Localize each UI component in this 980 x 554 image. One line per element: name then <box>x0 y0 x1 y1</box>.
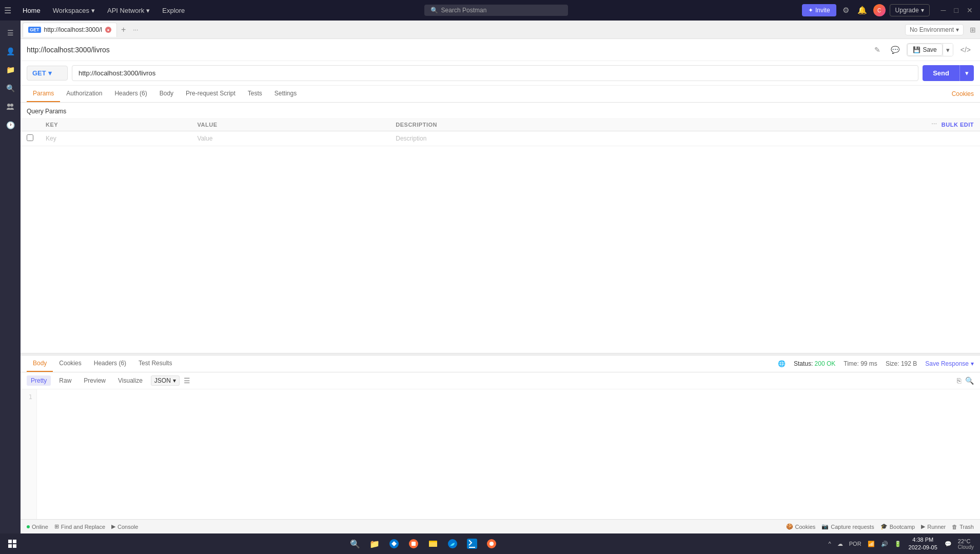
chevron-down-icon: ▾ <box>971 360 974 367</box>
send-button[interactable]: Send <box>923 65 959 81</box>
resp-tab-test-results[interactable]: Test Results <box>132 355 178 372</box>
tab-tests[interactable]: Tests <box>242 86 268 102</box>
taskbar-app1[interactable] <box>386 536 402 552</box>
taskbar-search-button[interactable]: 🔍 <box>347 536 363 552</box>
weather-widget[interactable]: 22°C Cloudy <box>956 538 976 550</box>
url-input[interactable] <box>72 65 918 81</box>
taskbar-edge[interactable] <box>444 536 461 552</box>
tabs-right: No Environment ▾ ⊞ <box>905 24 978 36</box>
method-selector[interactable]: GET ▾ <box>27 66 68 81</box>
sidebar-toggle-button[interactable]: ⊞ <box>968 24 978 36</box>
taskbar-vscode[interactable] <box>464 536 480 552</box>
capture-button[interactable]: 📷 Capture requests <box>821 523 874 530</box>
sidebar-icon-person[interactable]: 👤 <box>2 43 18 60</box>
trash-button[interactable]: 🗑 Trash <box>952 524 974 530</box>
resp-tab-body[interactable]: Body <box>27 355 53 372</box>
nav-home[interactable]: Home <box>17 5 46 16</box>
url-bar: GET ▾ Send ▾ <box>21 61 980 86</box>
sidebar-icon-team[interactable] <box>2 98 18 115</box>
status-bar-right: 🍪 Cookies 📷 Capture requests 🎓 Bootcamp … <box>786 523 974 530</box>
request-tab[interactable]: GET http://localhost:3000/l ● <box>23 23 117 37</box>
invite-button[interactable]: ✦ Invite <box>802 4 836 16</box>
edit-button[interactable]: ✎ <box>871 44 884 56</box>
runner-button[interactable]: ▶ Runner <box>921 523 946 530</box>
close-button[interactable]: ✕ <box>964 5 976 15</box>
resp-tab-headers[interactable]: Headers (6) <box>88 355 132 372</box>
format-raw[interactable]: Raw <box>55 375 75 386</box>
format-preview[interactable]: Preview <box>80 375 110 386</box>
key-cell[interactable]: Key <box>40 131 191 146</box>
send-arrow-button[interactable]: ▾ <box>959 65 974 81</box>
request-header-actions: ✎ 💬 💾 Save ▾ </> <box>871 43 974 56</box>
resp-tab-cookies[interactable]: Cookies <box>53 355 87 372</box>
maximize-button[interactable]: □ <box>951 5 962 15</box>
taskbar-postman[interactable] <box>483 536 500 552</box>
bulk-edit-button[interactable]: Bulk Edit <box>942 122 974 128</box>
console-button[interactable]: ▶ Console <box>111 523 138 530</box>
tab-more-button[interactable]: ··· <box>130 24 141 35</box>
copy-icon[interactable]: ⎘ <box>957 377 961 385</box>
desc-cell[interactable]: Description <box>389 131 980 146</box>
status-value: 200 OK <box>815 360 836 367</box>
sidebar-icon-search[interactable]: 🔍 <box>2 80 18 96</box>
taskbar-explorer-button[interactable]: 📁 <box>366 536 383 552</box>
cookies-link[interactable]: Cookies <box>952 90 974 97</box>
tab-authorization[interactable]: Authorization <box>60 86 108 102</box>
windows-taskbar: 🔍 📁 <box>0 533 980 554</box>
save-dropdown-button[interactable]: ▾ <box>943 44 953 56</box>
code-button[interactable]: </> <box>957 44 974 56</box>
param-checkbox[interactable] <box>27 134 33 141</box>
avatar[interactable]: C <box>873 4 886 16</box>
tab-params[interactable]: Params <box>27 86 60 102</box>
notifications-icon[interactable]: 💬 <box>943 540 954 548</box>
wifi-icon[interactable]: 📶 <box>866 540 877 548</box>
wrap-icon[interactable]: ☰ <box>184 377 190 385</box>
taskbar-app2[interactable] <box>405 536 422 552</box>
nav-explore[interactable]: Explore <box>157 5 190 16</box>
upgrade-button[interactable]: Upgrade ▾ <box>890 4 930 16</box>
cookies-status-button[interactable]: 🍪 Cookies <box>786 523 816 530</box>
format-visualize[interactable]: Visualize <box>114 375 147 386</box>
tray-show-hidden[interactable]: ^ <box>827 540 833 548</box>
bootcamp-button[interactable]: 🎓 Bootcamp <box>880 523 915 530</box>
find-replace-button[interactable]: ⊞ Find and Replace <box>54 523 105 530</box>
new-tab-button[interactable]: + <box>117 23 130 36</box>
tab-pre-request[interactable]: Pre-request Script <box>180 86 242 102</box>
value-cell[interactable]: Value <box>191 131 390 146</box>
json-type-selector[interactable]: JSON ▾ <box>151 375 180 386</box>
sidebar-icon-folder[interactable]: 📁 <box>2 62 18 78</box>
environment-selector[interactable]: No Environment ▾ <box>905 24 964 35</box>
notification-icon[interactable]: 🔔 <box>855 4 869 17</box>
status-online[interactable]: Online <box>27 524 48 530</box>
tabs-bar: GET http://localhost:3000/l ● + ··· No E… <box>21 21 980 39</box>
system-clock[interactable]: 4:38 PM 2022-09-05 <box>906 535 940 553</box>
comment-button[interactable]: 💬 <box>888 44 903 56</box>
volume-icon[interactable]: 🔊 <box>879 540 890 548</box>
tab-headers[interactable]: Headers (6) <box>108 86 153 102</box>
search-icon: 🔍 <box>430 7 438 14</box>
hamburger-icon[interactable]: ☰ <box>4 6 11 15</box>
tab-body[interactable]: Body <box>153 86 180 102</box>
search-icon[interactable]: 🔍 <box>965 377 974 385</box>
sidebar-icon-menu[interactable]: ☰ <box>2 25 18 41</box>
battery-icon[interactable]: 🔋 <box>892 540 904 548</box>
save-response-button[interactable]: Save Response ▾ <box>925 360 974 367</box>
format-pretty[interactable]: Pretty <box>27 375 51 386</box>
sidebar-icon-history[interactable]: 🕐 <box>2 117 18 133</box>
row-checkbox[interactable] <box>21 131 40 146</box>
minimize-button[interactable]: ─ <box>938 5 949 15</box>
th-key: KEY <box>40 118 191 131</box>
settings-icon[interactable]: ⚙ <box>840 4 851 17</box>
chevron-down-icon: ▾ <box>91 7 95 14</box>
trash-icon: 🗑 <box>952 524 957 530</box>
start-button[interactable] <box>4 536 21 552</box>
content-area: GET http://localhost:3000/l ● + ··· No E… <box>21 21 980 533</box>
tab-settings[interactable]: Settings <box>268 86 303 102</box>
taskbar-files[interactable] <box>425 536 441 552</box>
nav-api-network[interactable]: API Network ▾ <box>102 5 155 16</box>
search-input[interactable]: 🔍 Search Postman <box>424 5 568 16</box>
tab-close-button[interactable]: ● <box>105 27 111 33</box>
nav-workspaces[interactable]: Workspaces ▾ <box>48 5 100 16</box>
save-button[interactable]: 💾 Save <box>907 44 942 56</box>
language-indicator[interactable]: POR <box>847 540 864 548</box>
